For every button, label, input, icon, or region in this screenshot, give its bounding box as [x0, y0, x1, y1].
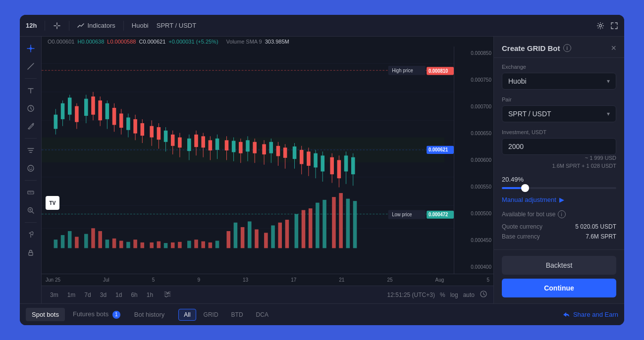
svg-rect-124	[215, 241, 219, 248]
indicators-btn[interactable]: Indicators	[77, 22, 115, 29]
svg-rect-69	[232, 141, 236, 152]
price-tick-7: 0.000500	[456, 211, 491, 216]
tf-3m[interactable]: 3m	[48, 291, 61, 299]
draw-tool[interactable]	[23, 118, 39, 134]
svg-rect-132	[278, 223, 282, 248]
bot-history-tab[interactable]: Bot history	[128, 308, 170, 321]
svg-rect-35	[106, 103, 109, 119]
tf-6h[interactable]: 6h	[128, 291, 140, 299]
svg-rect-114	[140, 243, 144, 248]
svg-rect-140	[339, 193, 343, 248]
spot-bots-tab[interactable]: Spot bots	[26, 308, 65, 321]
investment-input[interactable]	[502, 138, 616, 155]
toolbar-sep4	[25, 222, 37, 223]
filter-dca[interactable]: DCA	[251, 309, 274, 321]
slider-container: 20.49%	[502, 176, 616, 189]
tab-bar: Spot bots Futures bots 1 Bot history All…	[20, 303, 624, 325]
svg-point-0	[599, 24, 602, 27]
tf-1m[interactable]: 1m	[65, 291, 78, 299]
price-tick-8: 0.000450	[456, 238, 491, 243]
filter-all[interactable]: All	[178, 309, 196, 321]
top-bar-right	[596, 22, 618, 30]
panel-info-icon[interactable]: i	[563, 44, 571, 52]
svg-rect-101	[351, 157, 355, 174]
svg-rect-117	[164, 243, 168, 248]
tf-1d[interactable]: 1d	[113, 291, 124, 299]
svg-rect-39	[119, 113, 123, 128]
base-currency-val: 7.6M SPRT	[586, 233, 616, 240]
available-info-icon[interactable]: i	[558, 210, 566, 218]
svg-rect-115	[150, 243, 154, 248]
tf-3d[interactable]: 3d	[98, 291, 109, 299]
slider-track[interactable]	[502, 187, 616, 189]
tf-1h[interactable]: 1h	[144, 291, 156, 299]
exchange-dropdown[interactable]: Huobi ▾	[502, 73, 616, 90]
filter-tool[interactable]	[23, 143, 39, 158]
svg-rect-119	[178, 242, 182, 248]
lock-tool[interactable]	[23, 244, 39, 260]
svg-point-3	[28, 165, 34, 171]
svg-rect-23	[61, 103, 65, 119]
text-tool[interactable]	[23, 83, 39, 98]
slider-thumb[interactable]	[521, 184, 529, 192]
compare-btn[interactable]	[53, 22, 61, 30]
fullscreen-btn[interactable]	[610, 22, 618, 30]
pair-label[interactable]: SPRT / USDT	[157, 22, 196, 29]
svg-rect-113	[133, 240, 137, 248]
exchange-label: Exchange	[502, 64, 616, 70]
auto-label[interactable]: auto	[463, 291, 475, 298]
svg-rect-141	[346, 199, 350, 248]
available-title: Available for bot use i	[502, 210, 616, 218]
share-earn-btn[interactable]: Share and Earn	[562, 311, 618, 319]
svg-rect-31	[91, 97, 95, 115]
exchange-label[interactable]: Huobi	[132, 22, 149, 29]
svg-rect-47	[150, 126, 154, 138]
time-axis: Jun 25 Jul 5 9 13 17 21 25 Aug 5	[42, 274, 493, 286]
time-label-3: 9	[197, 277, 200, 283]
fullscreen-icon	[610, 22, 618, 30]
timeframe-label[interactable]: 12h	[26, 22, 37, 29]
filter-grid[interactable]: GRID	[198, 309, 224, 321]
indicators-label: Indicators	[87, 22, 115, 29]
divider2	[69, 21, 69, 31]
svg-rect-128	[248, 221, 252, 248]
svg-rect-83	[283, 147, 287, 158]
svg-text:Low price: Low price	[392, 211, 412, 217]
svg-rect-112	[126, 242, 130, 248]
continue-button[interactable]: Continue	[502, 279, 616, 297]
pair-dropdown[interactable]: SPRT / USDT ▾	[502, 105, 616, 122]
chart-settings-icon[interactable]	[163, 290, 171, 300]
tf-7d[interactable]: 7d	[82, 291, 93, 299]
backtest-button[interactable]: Backtest	[502, 256, 616, 275]
svg-rect-27	[75, 106, 79, 122]
indicators-icon	[77, 22, 84, 29]
settings-btn[interactable]	[596, 22, 604, 30]
futures-bots-tab[interactable]: Futures bots 1	[67, 307, 126, 322]
pin-tool[interactable]	[23, 227, 39, 243]
quote-currency-label: Quote currency	[502, 223, 542, 230]
chart-bottom-right: 12:51:25 (UTC+3) % log auto	[387, 290, 487, 299]
indicators-tool[interactable]	[23, 100, 39, 116]
svg-rect-89	[307, 151, 311, 166]
log-label[interactable]: log	[450, 291, 458, 298]
percent-label[interactable]: %	[440, 291, 445, 298]
ruler-tool[interactable]	[23, 185, 39, 200]
crosshair-tool[interactable]	[23, 41, 39, 56]
pair-value: SPRT / USDT	[508, 110, 551, 118]
investment-breakdown: 1.6M SPRT + 1 028 USDT	[502, 163, 616, 169]
line-tool[interactable]	[23, 58, 39, 74]
toolbar-sep2	[25, 138, 37, 139]
time-label-6: 21	[339, 277, 344, 283]
price-tick-2: 0.000750	[456, 77, 491, 83]
zoom-tool[interactable]	[23, 202, 39, 218]
pair-field: Pair SPRT / USDT ▾	[502, 97, 616, 122]
time-label-2: 5	[152, 277, 155, 283]
filter-btd[interactable]: BTD	[226, 309, 249, 321]
manual-adjustment-btn[interactable]: Manual adjustment ▶	[502, 196, 616, 203]
chart-canvas-area[interactable]: High price 0.000810 0.000621 Low price 0…	[42, 47, 454, 274]
emoji-tool[interactable]	[23, 160, 39, 176]
investment-field: Investment, USDT ~ 1 999 USD 1.6M SPRT +…	[502, 129, 616, 169]
exchange-field: Exchange Huobi ▾	[502, 64, 616, 90]
price-scale: 0.000850 0.000750 0.000700 0.000650 0.00…	[454, 47, 493, 274]
panel-close-btn[interactable]: ×	[611, 44, 616, 52]
